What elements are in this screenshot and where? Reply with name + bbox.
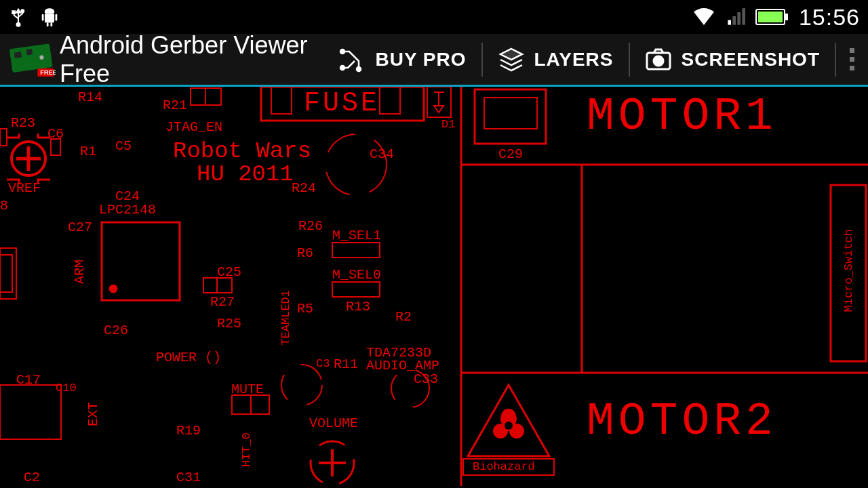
battery-icon	[755, 7, 789, 26]
ref-c3: C3	[316, 358, 330, 369]
board-title1: Robot Wars	[173, 140, 311, 163]
ref-r27: R27	[210, 296, 235, 309]
ref-audioamp: AUDIO_AMP	[366, 359, 439, 373]
ref-r14: R14	[78, 91, 102, 104]
svg-point-20	[39, 55, 43, 59]
ref-r19: R19	[176, 424, 201, 438]
svg-point-25	[357, 67, 361, 71]
ref-ext: EXT	[87, 402, 100, 426]
svg-rect-55	[332, 243, 380, 258]
svg-rect-3	[45, 13, 54, 22]
svg-rect-7	[56, 14, 58, 21]
ref-r1: R1	[80, 145, 96, 159]
ref-c25: C25	[217, 266, 241, 279]
svg-rect-18	[14, 52, 22, 58]
traces-icon	[338, 46, 366, 73]
svg-rect-34	[484, 98, 537, 129]
ref-hit0: HIT_0	[241, 432, 252, 467]
microswitch-label: Micro_Switch	[843, 229, 854, 312]
svg-rect-69	[0, 385, 61, 439]
ref-teamled1: TEAMLED1	[280, 290, 292, 346]
svg-rect-49	[0, 255, 12, 292]
ref-jtag: JTAG_EN	[165, 121, 222, 134]
ref-power: POWER ()	[156, 351, 221, 365]
svg-point-67	[505, 422, 513, 430]
svg-point-57	[326, 134, 387, 195]
ref-c33: C33	[414, 373, 438, 386]
ref-c34: C34	[370, 148, 394, 161]
ref-c10: C10	[56, 382, 77, 394]
svg-rect-6	[42, 14, 44, 21]
svg-rect-38	[380, 87, 400, 114]
ref-c8: 8	[0, 199, 8, 213]
biohazard-label: Biohazard	[473, 461, 535, 472]
usb-icon	[8, 7, 28, 27]
ref-r2: R2	[395, 310, 412, 324]
svg-rect-8	[47, 23, 49, 27]
ref-r13: R13	[346, 300, 370, 314]
ref-r21: R21	[163, 99, 187, 113]
wifi-icon	[692, 7, 716, 27]
ref-volume: VOLUME	[309, 417, 358, 430]
board-title2: HU 2011	[197, 163, 294, 186]
ref-r6: R6	[297, 247, 313, 260]
ref-c26: C26	[104, 324, 128, 338]
svg-rect-12	[737, 12, 741, 25]
svg-rect-1	[12, 11, 15, 14]
signal-icon	[726, 7, 746, 26]
ref-r26: R26	[298, 220, 323, 233]
ref-c2: C2	[24, 471, 40, 485]
motor1-label: MOTOR1	[587, 94, 777, 140]
app-bar: FREE Android Gerber Viewer Free BUY PRO	[0, 34, 868, 87]
ref-r23: R23	[11, 117, 35, 130]
svg-text:FREE: FREE	[40, 69, 56, 76]
ref-msel0: M_SEL0	[332, 268, 381, 282]
ref-c17: C17	[16, 373, 41, 387]
screenshot-button[interactable]: SCREENSHOT	[629, 43, 835, 77]
layers-button[interactable]: LAYERS	[481, 43, 629, 77]
clock: 15:56	[799, 4, 860, 30]
svg-rect-50	[0, 248, 16, 299]
buy-pro-button[interactable]: BUY PRO	[323, 43, 481, 77]
motor2-label: MOTOR2	[587, 399, 777, 445]
svg-rect-15	[785, 14, 788, 20]
ref-c29: C29	[498, 148, 523, 161]
app-title: Android Gerber Viewer Free	[60, 31, 323, 88]
ref-vref: VREF	[8, 182, 41, 195]
ref-c27: C27	[68, 221, 92, 235]
app-icon: FREE	[7, 41, 56, 79]
svg-rect-19	[26, 49, 33, 55]
status-bar: 15:56	[0, 0, 868, 34]
svg-rect-16	[758, 12, 783, 22]
ref-r24: R24	[292, 182, 316, 195]
ref-r25: R25	[217, 317, 241, 331]
fuse-label: FUSE	[304, 90, 380, 117]
svg-point-27	[654, 56, 663, 66]
android-debug-icon	[38, 5, 61, 28]
ref-mute: MUTE	[231, 383, 264, 396]
gerber-canvas[interactable]: MOTOR1 MOTOR2 FUSE Robot Wars HU 2011 R1…	[0, 87, 868, 486]
svg-point-58	[281, 365, 322, 405]
buy-pro-label: BUY PRO	[375, 49, 466, 70]
camera-icon	[645, 46, 672, 73]
screenshot-label: SCREENSHOT	[682, 49, 820, 70]
ref-c6: C6	[47, 127, 64, 141]
svg-point-0	[17, 23, 20, 26]
svg-rect-56	[332, 282, 380, 297]
ref-lpc2148: LPC2148	[99, 203, 156, 217]
ref-arm: ARM	[73, 260, 87, 284]
svg-rect-11	[732, 16, 736, 25]
ref-r11: R11	[334, 358, 358, 371]
svg-rect-9	[50, 23, 52, 27]
svg-point-45	[110, 285, 117, 292]
svg-point-64	[501, 409, 516, 424]
layers-label: LAYERS	[534, 49, 614, 70]
ref-c31: C31	[176, 471, 201, 485]
ref-c5: C5	[115, 140, 132, 153]
svg-rect-37	[271, 87, 292, 114]
ref-r5: R5	[297, 302, 313, 316]
ref-c24: C24	[115, 190, 140, 203]
svg-point-2	[21, 9, 24, 12]
overflow-menu-button[interactable]	[835, 43, 868, 77]
layers-icon	[498, 46, 525, 73]
